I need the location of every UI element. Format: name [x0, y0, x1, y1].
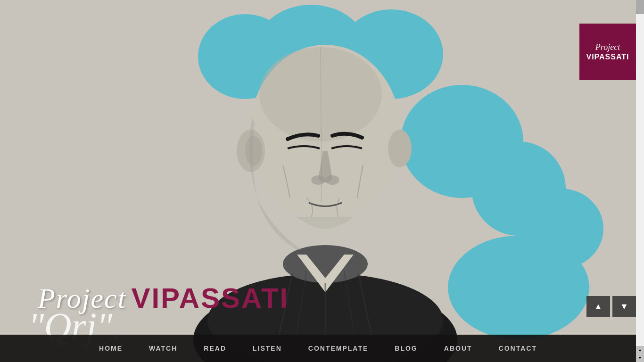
svg-point-14: [388, 130, 412, 167]
nav-item-watch[interactable]: WATCH: [145, 342, 181, 354]
navigation-arrows: ▲ ▼: [586, 296, 636, 317]
nav-item-home[interactable]: HOME: [95, 342, 126, 354]
svg-point-13: [245, 136, 262, 166]
nav-item-contact[interactable]: CONTACT: [495, 342, 541, 354]
logo-box[interactable]: Project VIPASSATI: [579, 24, 636, 80]
scroll-up-arrow[interactable]: ▲: [586, 296, 610, 317]
svg-point-15: [311, 175, 325, 185]
nav-item-listen[interactable]: LISTEN: [249, 342, 286, 354]
svg-point-16: [325, 175, 339, 185]
hero-title-vipassati: VIPASSATI: [131, 282, 289, 314]
nav-item-about[interactable]: ABOUT: [440, 342, 476, 354]
logo-project-text: Project: [595, 42, 620, 53]
scrollbar-track: ▲ ▼: [636, 0, 644, 362]
hero-background: Project VIPASSATI "Qrj".: [0, 0, 636, 362]
scrollbar-arrow-down[interactable]: ▼: [636, 354, 644, 362]
scroll-down-arrow[interactable]: ▼: [612, 296, 636, 317]
scrollbar-arrow-up[interactable]: ▲: [636, 346, 644, 354]
nav-item-contemplate[interactable]: CONTEMPLATE: [305, 342, 372, 354]
logo-vipassati-text: VIPASSATI: [586, 53, 629, 61]
nav-item-read[interactable]: READ: [200, 342, 230, 354]
scrollbar-thumb[interactable]: [636, 0, 644, 14]
bottom-navigation: HOME WATCH READ LISTEN CONTEMPLATE BLOG …: [0, 335, 636, 362]
nav-item-blog[interactable]: BLOG: [391, 342, 421, 354]
